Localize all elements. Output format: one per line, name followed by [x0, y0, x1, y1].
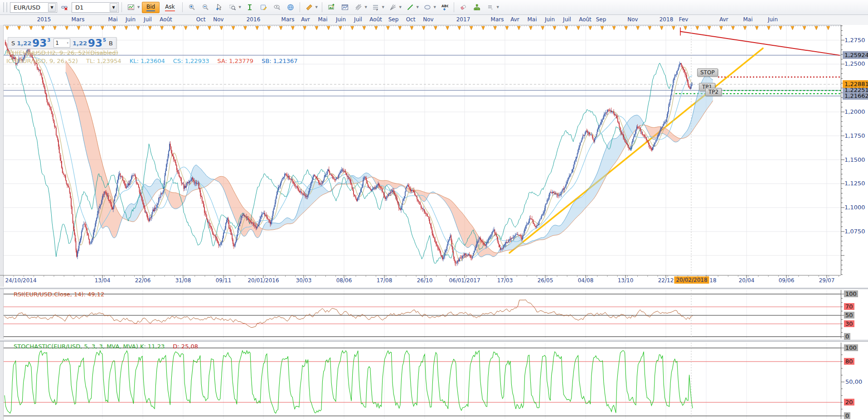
date-label: 17/08 [377, 277, 393, 284]
trading-chart-window: EUR/USD▼D1▼▼BidAsk▼▼▼F▼▼▼▼ABC▼ 2015MarsM… [0, 0, 868, 420]
stochastic-tick-label: 20 [844, 399, 854, 406]
price-tick-label: 1,2500 [844, 60, 865, 67]
stop-order-tag[interactable]: STOP [697, 68, 718, 77]
stochastic-d-label: D: 25,08 [173, 343, 198, 350]
current-price-tag: 1,22881 [843, 80, 868, 88]
rsi-tick-label: 0 [844, 333, 850, 340]
stochastic-tick-label: 80 [844, 358, 854, 365]
date-label: 13/04 [95, 277, 111, 284]
panel-splitter[interactable] [0, 339, 868, 342]
date-label: 26/10 [417, 277, 433, 284]
level-price-tag: 1,21662 [843, 92, 868, 100]
sell-price-pip: 3 [47, 38, 50, 43]
stochastic-tick-label: 50,00 [844, 378, 863, 385]
date-label: 22/12 [658, 277, 674, 284]
price-tick-label: 1,2000 [844, 108, 865, 115]
sell-price-big: 93 [32, 38, 47, 48]
date-label: 17/03 [497, 277, 513, 284]
level-price-tag: 1,25924 [843, 51, 868, 59]
volume-value: 1 [55, 40, 59, 46]
volume-caret-icon[interactable]: ▾ [67, 41, 69, 45]
rsi-tick-label: 70 [844, 303, 854, 310]
tp2-order-tag[interactable]: TP2 [705, 88, 722, 96]
price-tick-label: 1,1750 [844, 132, 865, 139]
date-label: 26/05 [538, 277, 553, 284]
date-label: 20/04 [739, 277, 755, 284]
stochastic-tick-label: 100 [844, 344, 858, 351]
rsi-tick-label: 100 [844, 290, 858, 297]
buy-price-pip: 5 [103, 38, 106, 43]
rsi-tick-label: 30 [844, 320, 854, 327]
sell-side-label: S [11, 40, 15, 47]
date-label: 04/08 [578, 277, 594, 284]
stochastic-tick-label: 0 [844, 412, 850, 419]
buy-side-label: B [109, 40, 113, 47]
price-tick-label: 1,1000 [844, 204, 865, 211]
price-tick-label: 1,1250 [844, 180, 865, 187]
ichimoku-cs: CS: 1,22933 [173, 58, 209, 64]
stochastic-indicator-label[interactable]: STOCHASTIC(EUR/USD, 5, 3, 3, MVA, MVA) K… [14, 343, 198, 350]
price-tick-label: 1,2750 [844, 37, 865, 43]
indicator-label-ichimoku[interactable]: ICH(EUR/USD, 9, 26, 52) TL: 1,23954 KL: … [6, 58, 304, 64]
current-date-tag: 20/02/2018 [674, 276, 709, 284]
date-label: 06/01/2017 [449, 277, 480, 284]
quote-panel: S 1,22 93 3 1 ▾ 1,22 93 5 B [8, 37, 116, 49]
stochastic-k-label: STOCHASTIC(EUR/USD, 5, 3, 3, MVA, MVA) K… [14, 343, 165, 350]
ichimoku-kl: KL: 1,23604 [130, 58, 165, 64]
price-tick-label: 1,1500 [844, 156, 865, 163]
ichimoku-sb: SB: 1,21367 [262, 58, 297, 64]
buy-price-big: 93 [88, 38, 102, 48]
date-label: 08/06 [336, 277, 352, 284]
sell-price-prefix: 1,22 [17, 40, 31, 47]
panel-splitter[interactable] [0, 287, 868, 289]
ichimoku-name: ICH(EUR/USD, 9, 26, 52) [6, 58, 78, 64]
date-label: 29/07 [819, 277, 835, 284]
rsi-indicator-label[interactable]: RSI(EUR/USD.Close, 14): 49,12 [14, 291, 104, 298]
date-label: 13/10 [618, 277, 634, 284]
date-label: 22/06 [135, 277, 151, 284]
date-label: 09/06 [779, 277, 795, 284]
date-label: 31/08 [175, 277, 191, 284]
volume-spinner[interactable]: 1 ▾ [53, 39, 70, 48]
indicator-label-disabled[interactable]: ICH(EUR/USD.H2, 9, 26, 52)(Disabled) [6, 49, 118, 56]
date-label: 24/10/2014 [5, 277, 36, 284]
ichimoku-tl: TL: 1,23954 [86, 58, 121, 64]
date-label: 30/03 [296, 277, 312, 284]
date-label: 09/11 [216, 277, 232, 284]
price-tick-label: 1,0750 [844, 228, 865, 235]
ichimoku-sa: SA: 1,23779 [218, 58, 253, 64]
date-label: 20/01/2016 [247, 277, 279, 284]
buy-price-prefix: 1,22 [73, 40, 87, 47]
rsi-tick-label: 50 [844, 312, 854, 319]
date-label: 18 [709, 277, 716, 284]
